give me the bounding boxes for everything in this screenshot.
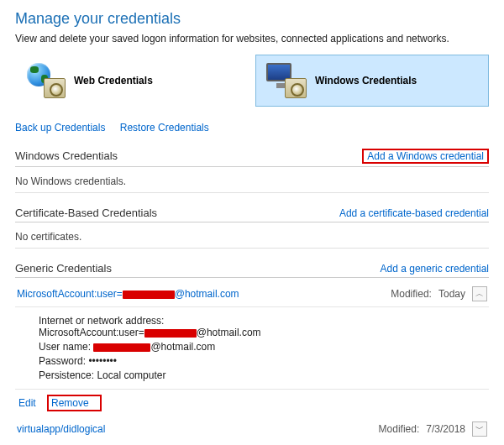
modified-label: Modified: <box>379 423 420 435</box>
tile-windows-credentials[interactable]: Windows Credentials <box>255 55 489 107</box>
highlight-remove: Remove <box>47 395 102 411</box>
pass-value: •••••••• <box>88 355 117 367</box>
persist-label: Persistence: <box>39 369 94 381</box>
section-name-cert: Certificate-Based Credentials <box>15 207 157 219</box>
credential-row-collapsed[interactable]: virtualapp/didlogical Modified: 7/3/2018… <box>15 416 489 442</box>
credential-type-tiles: Web Credentials Windows Credentials <box>15 55 489 107</box>
user-suffix: @hotmail.com <box>150 341 215 353</box>
modified-value: 7/3/2018 <box>426 423 465 435</box>
chevron-down-icon[interactable]: ﹀ <box>472 421 487 437</box>
tile-web-label: Web Credentials <box>74 75 153 86</box>
credential-actions: Edit Remove <box>15 390 489 416</box>
remove-credential-link[interactable]: Remove <box>51 397 89 409</box>
credential-name: virtualapp/didlogical <box>17 423 105 435</box>
windows-empty-text: No Windows credentials. <box>15 170 489 193</box>
section-name-windows: Windows Credentials <box>15 149 118 162</box>
credential-name: MicrosoftAccount:user=@hotmail.com <box>17 288 239 300</box>
cred-name-suffix: @hotmail.com <box>175 288 239 300</box>
monitor-vault-icon <box>266 63 307 98</box>
cert-empty-text: No certificates. <box>15 226 489 249</box>
globe-vault-icon <box>25 63 66 98</box>
user-label: User name: <box>39 341 91 353</box>
credential-row-expanded[interactable]: MicrosoftAccount:user=@hotmail.com Modif… <box>15 281 489 307</box>
redacted-text <box>144 329 197 338</box>
section-header-generic: Generic Credentials Add a generic creden… <box>15 262 489 278</box>
redacted-text <box>93 343 150 352</box>
page-title: Manage your credentials <box>15 10 489 28</box>
pass-label: Password: <box>39 355 86 367</box>
edit-credential-link[interactable]: Edit <box>18 397 36 409</box>
add-windows-credential-link[interactable]: Add a Windows credential <box>367 150 484 162</box>
page-subtitle: View and delete your saved logon informa… <box>15 33 489 44</box>
add-generic-credential-link[interactable]: Add a generic credential <box>381 263 489 275</box>
modified-value: Today <box>438 288 465 300</box>
add-cert-credential-link[interactable]: Add a certificate-based credential <box>339 207 489 219</box>
redacted-text <box>123 291 175 299</box>
highlight-add-windows: Add a Windows credential <box>362 149 489 164</box>
persist-value: Local computer <box>97 369 165 381</box>
credential-meta: Modified: 7/3/2018 ﹀ <box>379 421 487 437</box>
credential-details: Internet or network address: MicrosoftAc… <box>15 307 489 390</box>
chevron-up-icon[interactable]: ︿ <box>472 286 487 301</box>
addr-label: Internet or network address: <box>39 315 164 327</box>
tile-windows-label: Windows Credentials <box>315 75 417 86</box>
backup-credentials-link[interactable]: Back up Credentials <box>15 122 105 134</box>
addr-suffix: @hotmail.com <box>197 327 261 338</box>
section-header-cert: Certificate-Based Credentials Add a cert… <box>15 207 489 222</box>
cred-name-prefix: MicrosoftAccount:user= <box>17 288 123 300</box>
modified-label: Modified: <box>391 288 432 300</box>
addr-prefix: MicrosoftAccount:user= <box>39 327 144 338</box>
section-name-generic: Generic Credentials <box>15 262 112 275</box>
section-header-windows: Windows Credentials Add a Windows creden… <box>15 149 489 167</box>
credential-meta: Modified: Today ︿ <box>391 286 487 301</box>
backup-restore-row: Back up Credentials Restore Credentials <box>15 122 489 134</box>
restore-credentials-link[interactable]: Restore Credentials <box>120 122 209 134</box>
tile-web-credentials[interactable]: Web Credentials <box>15 55 247 107</box>
